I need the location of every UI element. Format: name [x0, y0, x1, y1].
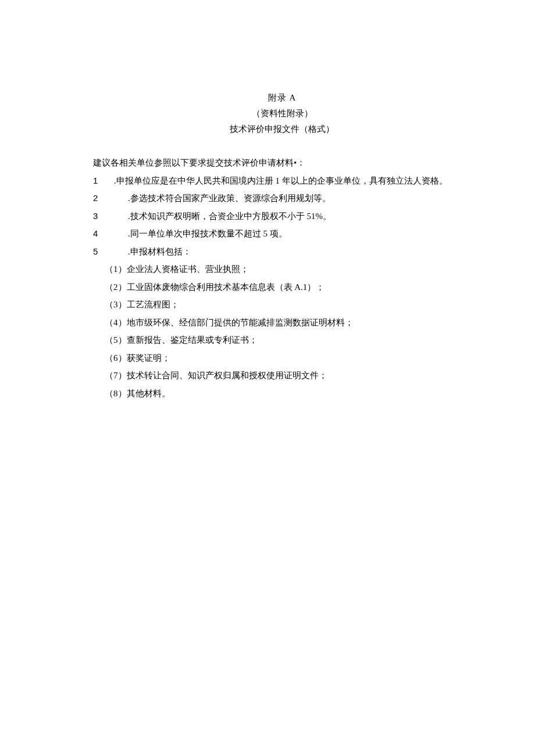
appendix-title-text: 附录 A [268, 93, 297, 102]
list-item: 2 .参选技术符合国家产业政策、资源综合利用规划等。 [93, 190, 471, 207]
appendix-subtitle-1: （资料性附录） [93, 106, 471, 121]
item-text: .技术知识产权明晰，合资企业中方股权不小于 51%。 [128, 208, 471, 225]
item-text: .参选技术符合国家产业政策、资源综合利用规划等。 [128, 190, 471, 207]
item-gap [105, 190, 128, 207]
item-gap [105, 243, 128, 260]
list-item: 1 .申报单位应是在中华人民共和国境内注册 1 年以上的企事业单位，具有独立法人… [93, 173, 471, 189]
appendix-title: 附录 A [93, 90, 471, 106]
list-item: 5 .申报材料包括： [93, 243, 471, 260]
sub-list-item: （8）其他材料。 [93, 385, 471, 402]
document-body: 建议各相关单位参照以下要求提交技术评价申请材料•： 1 .申报单位应是在中华人民… [93, 155, 471, 402]
item-number: 4 [93, 225, 105, 242]
sub-list-item: （1）企业法人资格证书、营业执照； [93, 261, 471, 278]
sub-list-item: （4）地市级环保、经信部门提供的节能减排监测数据证明材料； [93, 314, 471, 331]
item-number: 5 [93, 243, 105, 260]
intro-paragraph: 建议各相关单位参照以下要求提交技术评价申请材料•： [93, 155, 471, 171]
list-item: 4 .同一单位单次申报技术数量不超过 5 项。 [93, 225, 471, 242]
sub-list-item: （5）查新报告、鉴定结果或专利证书； [93, 332, 471, 349]
item-gap [105, 173, 114, 189]
item-gap [105, 225, 128, 242]
sub-list-item: （3）工艺流程图； [93, 296, 471, 313]
item-text: .同一单位单次申报技术数量不超过 5 项。 [128, 225, 471, 242]
sub-list-item: （6）获奖证明； [93, 350, 471, 367]
item-number: 1 [93, 173, 105, 189]
item-text: .申报材料包括： [128, 243, 471, 260]
item-number: 3 [93, 208, 105, 225]
document-page: 附录 A （资料性附录） 技术评价申报文件（格式） 建议各相关单位参照以下要求提… [0, 0, 535, 402]
sub-list-item: （7）技术转让合同、知识产权归属和授权使用证明文件； [93, 367, 471, 384]
sub-list-item: （2）工业固体废物综合利用技术基本信息表（表 A.1）； [93, 279, 471, 296]
list-item: 3 .技术知识产权明晰，合资企业中方股权不小于 51%。 [93, 208, 471, 225]
item-gap [105, 208, 128, 225]
item-text: .申报单位应是在中华人民共和国境内注册 1 年以上的企事业单位，具有独立法人资格… [114, 173, 471, 189]
appendix-subtitle-2: 技术评价申报文件（格式） [93, 121, 471, 137]
document-header: 附录 A （资料性附录） 技术评价申报文件（格式） [93, 90, 471, 137]
item-number: 2 [93, 190, 105, 207]
